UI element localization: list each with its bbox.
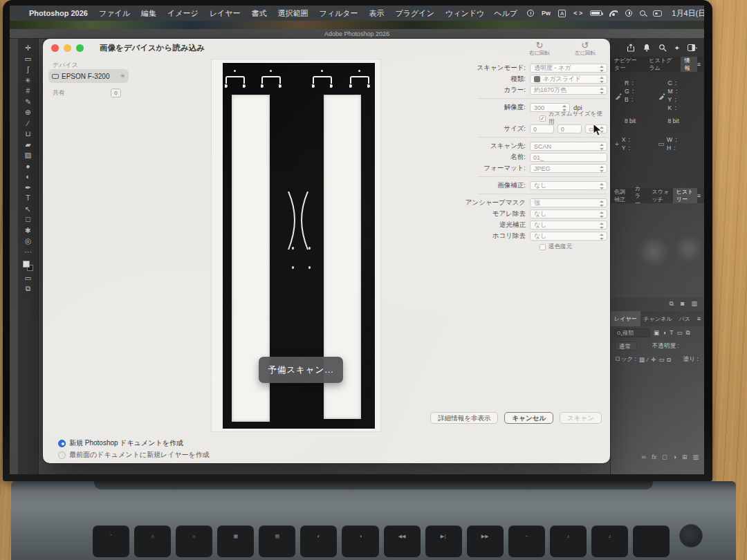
menu-window[interactable]: ウィンドウ <box>445 8 484 19</box>
menu-layer[interactable]: レイヤー <box>210 8 241 19</box>
tab-swatches[interactable]: スウォッチ <box>649 188 673 203</box>
discover-icon[interactable]: ✦ <box>674 44 680 52</box>
focus-status-icon[interactable] <box>625 10 632 17</box>
menu-select[interactable]: 選択範囲 <box>278 8 308 19</box>
healing-tool-icon[interactable]: ⊕ <box>23 109 34 116</box>
zoom-tool-icon[interactable]: ◎ <box>23 237 34 245</box>
photoshop-window-title[interactable]: Adobe Photoshop 2026 <box>10 29 704 39</box>
unsharp-mask-select[interactable]: 強 <box>530 198 607 207</box>
type-tool-icon[interactable]: T <box>23 194 34 202</box>
tab-channels[interactable]: チャンネル <box>640 311 676 326</box>
menu-image[interactable]: イメージ <box>167 8 199 19</box>
keyboard-key[interactable]: ˇ <box>93 525 129 557</box>
tab-info[interactable]: 情報 <box>681 57 697 72</box>
link-layers-icon[interactable]: ∞ <box>642 454 646 460</box>
tab-navigator[interactable]: ナビゲーター <box>611 57 646 72</box>
filter-adjustment-layers-icon[interactable]: ◑ <box>663 329 666 336</box>
delete-layer-icon[interactable]: ▥ <box>692 454 699 460</box>
layer-effects-icon[interactable]: fx <box>652 454 656 460</box>
share-icon[interactable] <box>627 44 635 52</box>
battery-icon[interactable] <box>590 10 602 16</box>
menu-edit[interactable]: 編集 <box>141 8 156 19</box>
marquee-tool-icon[interactable]: ▭ <box>23 55 34 63</box>
layer-filter-search[interactable]: 種類 <box>614 328 650 337</box>
new-document-from-state-icon[interactable]: ⧉ <box>670 300 674 308</box>
color-select[interactable]: 約1670万色 <box>530 86 607 95</box>
image-correction-select[interactable]: なし <box>530 181 607 190</box>
rotate-right-button[interactable]: ↻ 右に回転 <box>522 41 557 57</box>
keyboard-key[interactable]: − <box>508 525 545 557</box>
menu-file[interactable]: ファイル <box>99 8 130 19</box>
lasso-tool-icon[interactable]: ʃ <box>23 66 34 73</box>
kind-select[interactable]: ネガスライド <box>530 75 607 84</box>
cancel-button[interactable]: キャンセル <box>504 412 553 424</box>
crop-tool-icon[interactable]: # <box>23 87 34 95</box>
pen-tool-icon[interactable]: ✒ <box>23 184 34 192</box>
dodge-tool-icon[interactable]: ◐ <box>23 173 34 180</box>
active-app-menu[interactable]: Photoshop 2026 <box>29 9 88 17</box>
hand-tool-icon[interactable]: ✱ <box>23 227 34 234</box>
magic-wand-tool-icon[interactable]: ✳ <box>23 77 34 84</box>
fade-restore-checkbox[interactable]: ✓ <box>540 244 546 250</box>
delete-state-icon[interactable]: ▥ <box>691 300 697 307</box>
blur-tool-icon[interactable]: ● <box>23 162 34 170</box>
menu-filter[interactable]: フィルター <box>320 8 358 19</box>
format-select[interactable]: JPEG <box>530 164 607 173</box>
gradient-tool-icon[interactable]: ▨ <box>23 151 34 159</box>
keyboard-key[interactable]: ▶▶ <box>467 525 504 557</box>
name-field[interactable]: 01_ <box>530 153 607 162</box>
more-tools-icon[interactable]: ⋯ <box>23 248 34 256</box>
search-icon[interactable] <box>658 44 667 52</box>
keyboard-key[interactable]: ◐ <box>300 525 337 557</box>
keyboard-key[interactable]: ◑ <box>342 525 378 557</box>
quick-mask-icon[interactable]: ▭ <box>23 274 34 282</box>
blend-mode-select[interactable]: 通常 <box>615 342 637 351</box>
panel-menu-icon[interactable]: ≡ <box>697 192 704 199</box>
lock-transparency-icon[interactable]: ▨ <box>639 356 645 363</box>
tab-layers[interactable]: レイヤー <box>611 311 640 326</box>
lock-position-icon[interactable]: ✛ <box>651 356 656 363</box>
brush-tool-icon[interactable]: ∕ <box>23 120 34 127</box>
lock-artboard-icon[interactable]: ▭ <box>658 356 664 363</box>
menu-bar-clock[interactable]: 1月4日(日) 10:38:11 <box>672 8 704 19</box>
resolution-select[interactable]: 300 <box>530 103 570 112</box>
menu-type[interactable]: 書式 <box>252 8 267 19</box>
keyboard-key[interactable]: ☼ <box>176 525 212 557</box>
scan-to-select[interactable]: SCAN <box>530 142 607 151</box>
spotlight-search-icon[interactable] <box>640 10 645 16</box>
screen-mode-icon[interactable]: ⧉ <box>23 285 34 292</box>
scan-mode-select[interactable]: 透明度 - ネガ <box>530 64 607 73</box>
size-height-field[interactable]: 0 <box>557 124 582 133</box>
panel-menu-icon[interactable]: ≡ <box>697 61 704 68</box>
filter-shape-layers-icon[interactable]: ▭ <box>676 329 682 336</box>
menu-view[interactable]: 表示 <box>369 8 385 19</box>
tab-histogram[interactable]: ヒストグラム <box>646 57 681 72</box>
bell-icon[interactable] <box>643 44 651 52</box>
menu-help[interactable]: ヘルプ <box>494 8 517 19</box>
lock-all-icon[interactable]: ◘ <box>667 356 670 363</box>
zoom-window-button[interactable] <box>76 44 84 52</box>
new-adjustment-icon[interactable]: ◑ <box>673 454 676 460</box>
filter-type-layers-icon[interactable]: T <box>670 329 673 336</box>
password-manager-icon[interactable]: Pw <box>542 10 551 17</box>
shape-tool-icon[interactable]: □ <box>23 216 34 223</box>
menu-plugins[interactable]: プラグイン <box>396 8 434 19</box>
panel-menu-icon[interactable]: ≡ <box>697 315 704 322</box>
eyedropper-tool-icon[interactable]: ✎ <box>23 98 34 106</box>
rotate-left-button[interactable]: ↺ 左に回転 <box>567 41 603 57</box>
hide-details-button[interactable]: 詳細情報を非表示 <box>430 412 498 424</box>
radio-new-document[interactable] <box>58 440 66 447</box>
backlight-correction-select[interactable]: なし <box>530 221 607 230</box>
color-swatches[interactable] <box>23 261 33 271</box>
keyboard-key[interactable]: ▤ <box>259 525 295 557</box>
keyboard-key[interactable]: ◀◀ <box>384 525 421 557</box>
keyboard-key[interactable]: ♪ <box>591 525 628 557</box>
control-center-icon[interactable] <box>653 10 662 17</box>
dust-removal-select[interactable]: なし <box>530 232 607 241</box>
capture-app-icon[interactable] <box>527 10 534 17</box>
lock-pixels-icon[interactable]: ∕ <box>647 356 648 363</box>
tab-history[interactable]: ヒストリー <box>673 188 697 203</box>
minimize-window-button[interactable] <box>64 44 71 52</box>
eraser-tool-icon[interactable]: ▰ <box>23 141 34 149</box>
touch-id-power-button[interactable] <box>679 524 703 548</box>
